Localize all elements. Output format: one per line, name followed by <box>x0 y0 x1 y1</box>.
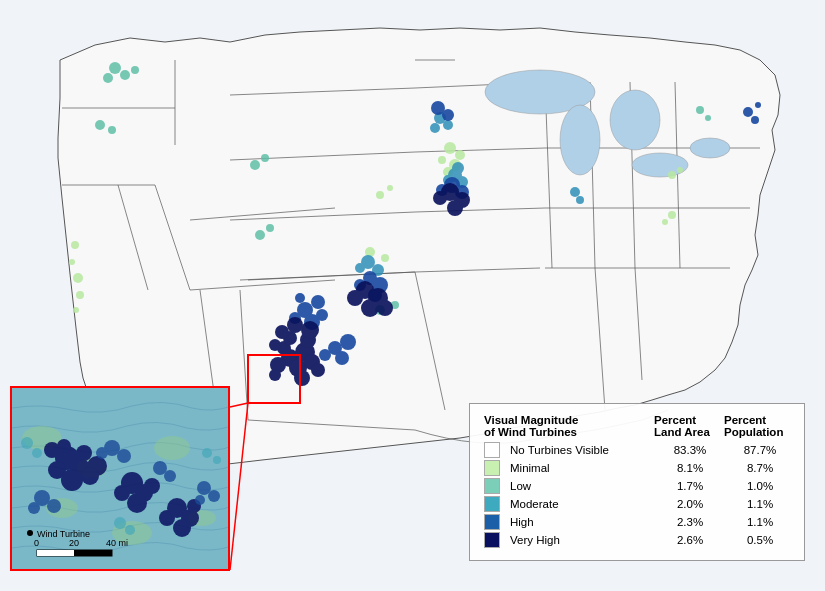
svg-point-66 <box>696 106 704 114</box>
svg-point-78 <box>570 187 580 197</box>
legend-land-value: 2.3% <box>660 516 720 528</box>
svg-point-32 <box>560 105 600 175</box>
legend-title-pop: Percent Population <box>724 414 784 438</box>
svg-point-159 <box>164 470 176 482</box>
svg-point-149 <box>159 510 175 526</box>
legend-pop-line1: Percent <box>724 414 766 426</box>
legend-swatch <box>484 478 500 494</box>
legend-land-value: 8.1% <box>660 462 720 474</box>
legend-swatch <box>484 460 500 476</box>
svg-point-145 <box>127 493 147 513</box>
svg-point-144 <box>114 485 130 501</box>
legend-row: No Turbines Visible83.3%87.7% <box>484 442 790 458</box>
legend-swatch <box>484 496 500 512</box>
svg-point-125 <box>275 325 289 339</box>
svg-point-35 <box>690 138 730 158</box>
svg-text:0: 0 <box>34 538 39 548</box>
legend-label: Minimal <box>510 462 650 474</box>
svg-point-153 <box>47 499 61 513</box>
legend: Visual Magnitude of Wind Turbines Percen… <box>469 403 805 561</box>
svg-point-137 <box>76 445 92 461</box>
svg-point-108 <box>311 363 325 377</box>
svg-point-101 <box>755 102 761 108</box>
map-container: 0 20 40 mi Wind Turbine Visual Magnitude… <box>0 0 825 591</box>
svg-point-77 <box>430 123 440 133</box>
svg-point-141 <box>57 439 71 453</box>
svg-point-162 <box>195 495 205 505</box>
svg-point-63 <box>266 224 274 232</box>
svg-point-40 <box>73 307 79 313</box>
svg-point-118 <box>377 300 393 316</box>
svg-point-56 <box>131 66 139 74</box>
legend-swatch <box>484 514 500 530</box>
legend-row: Low1.7%1.0% <box>484 478 790 494</box>
svg-point-76 <box>443 120 453 130</box>
legend-pop-value: 1.1% <box>730 516 790 528</box>
svg-point-37 <box>69 259 75 265</box>
svg-point-51 <box>677 167 683 173</box>
legend-title-line1: Visual Magnitude <box>484 414 578 426</box>
svg-point-57 <box>103 73 113 83</box>
svg-point-167 <box>114 517 126 529</box>
svg-point-150 <box>173 519 191 537</box>
svg-point-49 <box>381 254 389 262</box>
svg-text:20: 20 <box>69 538 79 548</box>
legend-row: Moderate2.0%1.1% <box>484 496 790 512</box>
svg-text:Wind Turbine: Wind Turbine <box>37 529 90 539</box>
legend-land-value: 2.0% <box>660 498 720 510</box>
svg-point-168 <box>125 525 135 535</box>
inset-map: 0 20 40 mi Wind Turbine <box>10 386 230 571</box>
svg-point-122 <box>447 200 463 216</box>
svg-point-113 <box>269 339 281 351</box>
svg-point-165 <box>202 448 212 458</box>
legend-label: Moderate <box>510 498 650 510</box>
svg-point-59 <box>108 126 116 134</box>
svg-point-124 <box>301 321 319 339</box>
legend-land-value: 83.3% <box>660 444 720 456</box>
legend-pop-value: 1.0% <box>730 480 790 492</box>
svg-point-154 <box>28 502 40 514</box>
legend-row: High2.3%1.1% <box>484 514 790 530</box>
svg-point-41 <box>444 142 456 154</box>
svg-point-54 <box>109 62 121 74</box>
svg-text:40 mi: 40 mi <box>106 538 128 548</box>
svg-point-96 <box>340 334 356 350</box>
legend-row: Very High2.6%0.5% <box>484 532 790 548</box>
svg-point-123 <box>287 317 303 333</box>
svg-point-62 <box>255 230 265 240</box>
svg-point-116 <box>347 290 363 306</box>
legend-swatch <box>484 532 500 548</box>
svg-point-163 <box>21 437 33 449</box>
legend-title-main: Visual Magnitude of Wind Turbines <box>484 414 644 438</box>
legend-land-line2: Land Area <box>654 426 710 438</box>
legend-pop-value: 1.1% <box>730 498 790 510</box>
legend-title-row: Visual Magnitude of Wind Turbines Percen… <box>484 414 790 438</box>
svg-rect-171 <box>74 550 112 556</box>
svg-point-43 <box>438 156 446 164</box>
legend-label: No Turbines Visible <box>510 444 650 456</box>
svg-point-58 <box>95 120 105 130</box>
svg-point-67 <box>705 115 711 121</box>
legend-rows: No Turbines Visible83.3%87.7%Minimal8.1%… <box>484 442 790 548</box>
legend-title-line2: of Wind Turbines <box>484 426 577 438</box>
svg-point-164 <box>32 448 42 458</box>
svg-rect-170 <box>37 550 74 556</box>
svg-point-98 <box>335 351 349 365</box>
legend-pop-value: 8.7% <box>730 462 790 474</box>
svg-point-33 <box>610 90 660 150</box>
svg-point-46 <box>376 191 384 199</box>
svg-point-94 <box>442 109 454 121</box>
svg-point-42 <box>455 150 465 160</box>
legend-swatch <box>484 442 500 458</box>
svg-point-71 <box>452 162 464 174</box>
legend-title-land: Percent Land Area <box>654 414 714 438</box>
svg-point-53 <box>662 219 668 225</box>
svg-point-39 <box>76 291 84 299</box>
svg-point-166 <box>213 456 221 464</box>
svg-point-61 <box>261 154 269 162</box>
legend-label: Very High <box>510 534 650 546</box>
svg-point-129 <box>154 436 190 460</box>
legend-label: High <box>510 516 650 528</box>
legend-pop-line2: Population <box>724 426 783 438</box>
svg-point-60 <box>250 160 260 170</box>
